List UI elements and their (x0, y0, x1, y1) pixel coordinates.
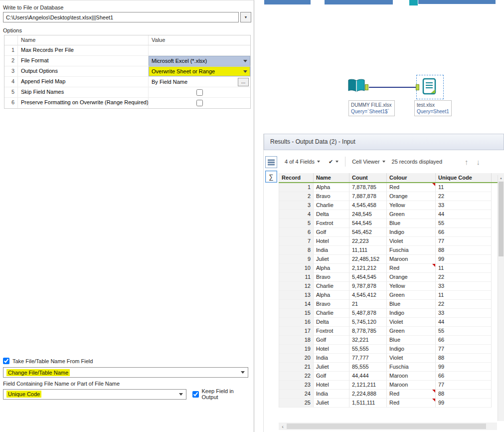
horizontal-scrollbar[interactable]: ‹ (279, 423, 497, 430)
results-row[interactable]: 8India11,111Fuschia88 (279, 246, 504, 255)
output-path-dropdown-button[interactable]: ▼ (240, 12, 251, 22)
name-cell: Golf (314, 228, 349, 237)
results-row[interactable]: 6Golf545,452Indigo66 (279, 228, 504, 237)
record-number-cell: 12 (279, 282, 314, 291)
options-row[interactable]: 5Skip Field Names (4, 87, 250, 98)
take-file-name-checkbox-row[interactable]: Take File/Table Name From Field (3, 358, 251, 364)
results-row[interactable]: 19Hotel55,555Indigo77 (279, 345, 504, 354)
horizontal-scrollbar-thumb[interactable] (287, 424, 486, 429)
take-file-name-checkbox[interactable] (3, 358, 9, 364)
output-data-tool[interactable] (421, 78, 438, 98)
results-row[interactable]: 14Bravo21Blue22 (279, 300, 504, 309)
results-header-cell[interactable]: Colour (387, 173, 436, 182)
options-table: Name Value 1Max Records Per File2File Fo… (4, 35, 251, 109)
results-row[interactable]: 5Foxtrot544,545Blue55 (279, 219, 504, 228)
vertical-scrollbar[interactable]: ▲ ▼ (498, 175, 504, 421)
option-name-cell: Append Field Map (17, 77, 148, 87)
change-file-table-select[interactable]: Change File/Table Name (3, 367, 248, 378)
input-anchor[interactable] (416, 84, 419, 90)
option-value-select[interactable]: Microsoft Excel (*.xlsx) (149, 56, 250, 66)
metadata-view-button[interactable]: ∑ (265, 171, 277, 183)
results-row[interactable]: 7Hotel22,223Violet77 (279, 237, 504, 246)
name-cell: Juliet (314, 399, 349, 408)
results-row[interactable]: 2Bravo7,887,878Orange22 (279, 192, 504, 201)
results-row[interactable]: 18Golf32,221Blue66 (279, 336, 504, 345)
results-row[interactable]: 15Charlie5,487,878Indigo33 (279, 309, 504, 318)
scroll-up-icon[interactable]: ▲ (498, 175, 504, 181)
results-header-cell[interactable]: Record (279, 173, 314, 182)
colour-cell: Red (387, 183, 436, 192)
results-row[interactable]: 4Delta248,545Green44 (279, 210, 504, 219)
input-data-tool[interactable] (347, 78, 365, 96)
tool-annotation-name: test.xlsx (417, 102, 449, 108)
cell-viewer-button[interactable]: Cell Viewer (350, 157, 387, 166)
chevron-down-icon (382, 161, 385, 163)
option-row-number: 1 (4, 45, 17, 55)
results-row[interactable]: 11Bravo5,454,545Orange22 (279, 273, 504, 282)
results-row[interactable]: 22Golf44,444Maroon66 (279, 372, 504, 381)
count-cell: 44,444 (349, 372, 387, 381)
vertical-scrollbar-thumb[interactable] (499, 182, 504, 256)
output-anchor[interactable] (365, 84, 368, 90)
results-row[interactable]: 12Charlie9,787,878Yellow33 (279, 282, 504, 291)
results-header-cell[interactable]: Unique Code (436, 173, 492, 182)
options-row[interactable]: 4Append Field MapBy Field Name... (4, 77, 250, 87)
option-name-cell: Preserve Formatting on Overwrite (Range … (17, 98, 148, 108)
results-row[interactable]: 21Juliet85,555Fuschia99 (279, 363, 504, 372)
options-row[interactable]: 6Preserve Formatting on Overwrite (Range… (4, 98, 250, 108)
results-row[interactable]: 9Juliet22,485,152Maroon99 (279, 255, 504, 264)
record-number-cell: 9 (279, 255, 314, 264)
record-number-cell: 8 (279, 246, 314, 255)
checkmark-icon: ✔ (329, 159, 333, 165)
results-data-grid[interactable]: RecordNameCountColourUnique Code1Alpha7,… (279, 173, 504, 408)
results-row[interactable]: 13Alpha4,545,412Green11 (279, 291, 504, 300)
name-cell: Alpha (314, 291, 349, 300)
unique-code-cell: 77 (436, 345, 492, 354)
option-checkbox[interactable] (196, 100, 203, 106)
colour-cell: Green (387, 327, 436, 336)
count-cell: 22,485,152 (349, 255, 387, 264)
output-tool-config-panel: Write to File or Database ▼ Options Name… (0, 0, 254, 432)
connection-line[interactable] (369, 87, 417, 88)
output-path-input[interactable] (3, 12, 239, 22)
results-row[interactable]: 3Charlie4,545,458Yellow33 (279, 201, 504, 210)
results-header-cell[interactable]: Count (349, 173, 387, 182)
results-row[interactable]: 16Delta5,745,120Violet44 (279, 318, 504, 327)
results-row[interactable]: 17Foxtrot8,778,785Green55 (279, 327, 504, 336)
options-row[interactable]: 1Max Records Per File (4, 45, 250, 56)
keep-field-checkbox-row[interactable]: Keep Field in Output (192, 388, 251, 400)
fields-dropdown-button[interactable]: 4 of 4 Fields (283, 157, 322, 166)
count-cell: 5,487,878 (349, 309, 387, 318)
tool-annotation[interactable]: DUMMY FILE.xlsx Query=`Sheet1$` (348, 100, 395, 116)
options-row[interactable]: 3Output OptionsOverwrite Sheet or Range (4, 66, 250, 77)
down-arrow-button[interactable]: ↓ (477, 158, 481, 166)
count-cell: 2,121,212 (349, 264, 387, 273)
name-cell: Charlie (314, 201, 349, 210)
options-row[interactable]: 2File FormatMicrosoft Excel (*.xlsx) (4, 56, 250, 66)
keep-field-checkbox[interactable] (192, 391, 199, 398)
results-row[interactable]: 25Juliet1,511,111Red99 (279, 399, 504, 408)
field-name-select[interactable]: Unique Code (3, 389, 186, 400)
results-row[interactable]: 1Alpha7,878,785Red11 (279, 183, 504, 192)
results-row[interactable]: 24India2,224,888Red88 (279, 390, 504, 399)
alteryx-window: Write to File or Database ▼ Options Name… (0, 0, 504, 432)
unique-code-cell: 55 (436, 219, 492, 228)
open-book-icon (347, 78, 365, 94)
workflow-canvas[interactable]: DUMMY FILE.xlsx Query=`Sheet1$` test.xls… (255, 0, 504, 134)
apply-check-button[interactable]: ✔ (327, 157, 340, 167)
name-cell: Foxtrot (314, 327, 349, 336)
results-header-cell[interactable]: Name (314, 173, 349, 182)
scroll-left-icon[interactable]: ‹ (279, 424, 287, 430)
up-arrow-button[interactable]: ↑ (465, 158, 469, 166)
ellipsis-button[interactable]: ... (238, 78, 249, 86)
colour-cell: Fuschia (387, 363, 436, 372)
results-row[interactable]: 20India77,777Violet88 (279, 354, 504, 363)
tool-annotation[interactable]: test.xlsx Query=Sheet1 (414, 100, 452, 116)
count-cell: 5,745,120 (349, 318, 387, 327)
option-value-select[interactable]: Overwrite Sheet or Range (149, 66, 250, 76)
unique-code-cell: 88 (436, 354, 492, 363)
option-checkbox[interactable] (196, 89, 203, 96)
results-row[interactable]: 10Alpha2,121,212Red11 (279, 264, 504, 273)
results-row[interactable]: 23Hotel2,121,211Maroon77 (279, 381, 504, 390)
record-view-button[interactable] (265, 156, 277, 168)
